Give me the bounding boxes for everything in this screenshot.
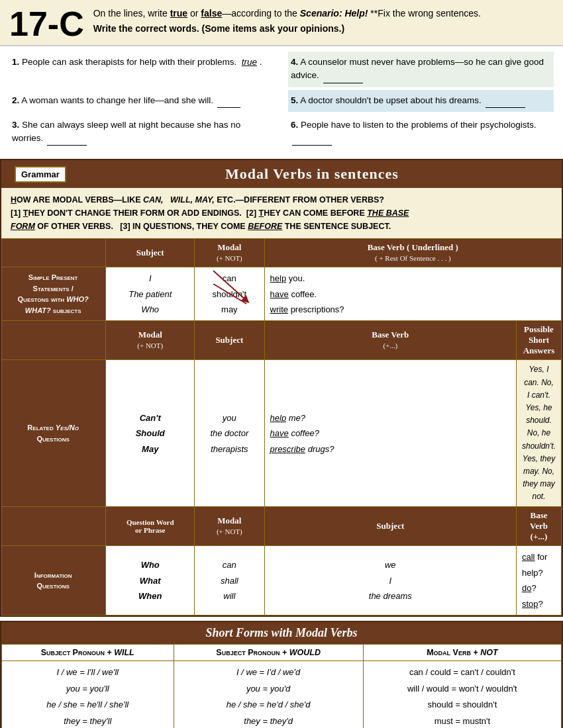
row3-subjects: weIthe dreams	[264, 546, 516, 615]
col-empty2	[2, 321, 106, 360]
row2-bases: help me? have coffee? prescribe drugs?	[264, 360, 516, 507]
sf-col3-content: can / could = can't / couldn't will / wo…	[363, 661, 561, 728]
exercises: 1. People can ask therapists for help wi…	[0, 46, 563, 155]
grammar-title: Modal Verbs in sentences	[76, 165, 548, 183]
grammar-section: Grammar Modal Verbs in sentences HOW ARE…	[0, 159, 563, 617]
sf-col2-header: Subject Pronoun + WOULD	[174, 645, 363, 661]
col-subject-header: Subject	[106, 239, 195, 267]
header-subtitle: Write the correct words. (Some items ask…	[93, 23, 481, 34]
row1-subjects: IThe patientWho	[106, 267, 195, 321]
top-header: 17-C On the lines, write true or false—a…	[0, 0, 563, 46]
col-modal3-header: Modal (+ NOT)	[195, 507, 264, 546]
col-qword-header: Question Wordor Phrase	[106, 507, 195, 546]
row2-label: Related Yes/NoQuestions	[2, 360, 106, 507]
header-instructions: On the lines, write true or false—accord…	[93, 7, 481, 21]
short-forms-title: Short Forms with Modal Verbs	[1, 622, 562, 644]
row3-label: InformationQuestions	[2, 546, 106, 615]
col-subject2-header: Subject	[195, 321, 264, 360]
short-forms-table: Subject Pronoun + WILL Subject Pronoun +…	[1, 644, 562, 728]
row3-modals: canshallwill	[195, 546, 264, 615]
exercise-4: 4. A counselor must never have problems—…	[288, 52, 554, 87]
col-base3-header: Base Verb (+...)	[517, 507, 562, 546]
col-possible-header: Possible Short Answers	[517, 321, 562, 360]
row1-label: Simple PresentStatements /Questons with …	[2, 267, 106, 321]
grammar-table-wrap: Subject Modal (+ NOT) Base Verb ( Underl…	[1, 238, 562, 615]
col-empty	[2, 239, 106, 267]
col-empty3	[2, 507, 106, 546]
exercise-6: 6. People have to listen to the problems…	[288, 114, 554, 150]
row1-modals: canshouldn'tmay	[195, 267, 264, 321]
exercise-3: 3. She can always sleep well at night be…	[9, 114, 275, 150]
grammar-header: Grammar Modal Verbs in sentences	[1, 160, 562, 188]
grammar-table: Subject Modal (+ NOT) Base Verb ( Underl…	[1, 238, 562, 615]
col-base2-header: Base Verb (+...)	[264, 321, 516, 360]
row2-subjects: youthe doctortherapists	[195, 360, 264, 507]
sf-col2-content: I / we = I'd / we'd you = you'd he / she…	[174, 661, 363, 728]
exercise-2: 2. A woman wants to change her life—and …	[9, 90, 275, 112]
sf-col1-header: Subject Pronoun + WILL	[2, 645, 174, 661]
row2-modals: Can'tShouldMay	[106, 360, 195, 507]
lesson-number: 17-C	[9, 7, 84, 41]
col-subject3-header: Subject	[264, 507, 516, 546]
col-base-verb-header: Base Verb ( Underlined ) ( + Rest Of Sen…	[264, 239, 561, 267]
grammar-intro: HOW ARE MODAL VERBS—LIKE CAN, WILL, MAY,…	[1, 188, 562, 238]
row3-bases: call for help? do? stop?	[517, 546, 562, 615]
row2-possible-answers: Yes, I can. No, I can't. Yes, he should.…	[517, 360, 562, 507]
row1-bases: help you. have coffee. write prescriptio…	[264, 267, 561, 321]
grammar-badge: Grammar	[15, 166, 66, 183]
col-modal-header: Modal (+ NOT)	[195, 239, 264, 267]
exercise-5: 5. A doctor shouldn't be upset about his…	[288, 90, 554, 112]
sf-col3-header: Modal Verb + NOT	[363, 645, 561, 661]
short-forms-section: Short Forms with Modal Verbs Subject Pro…	[0, 621, 563, 728]
row3-qwords: WhoWhatWhen	[106, 546, 195, 615]
col-modal2-header: Modal (+ NOT)	[106, 321, 195, 360]
sf-col1-content: I / we = I'll / we'll you = you'll he / …	[2, 661, 174, 728]
exercise-1: 1. People can ask therapists for help wi…	[9, 52, 275, 87]
